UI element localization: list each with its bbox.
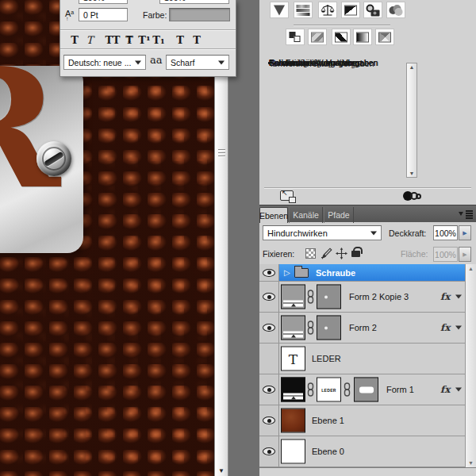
gradient-fill-thumbnail[interactable]: [281, 316, 305, 340]
all-caps-button[interactable]: TT: [104, 32, 121, 48]
link-icon: [307, 382, 314, 397]
blend-mode-dropdown[interactable]: Hindurchwirken: [263, 225, 382, 240]
preset-list-scrollbar[interactable]: ▲ ▼: [406, 63, 417, 178]
eye-icon: [263, 447, 275, 455]
fx-icon[interactable]: fx: [440, 322, 450, 333]
superscript-button[interactable]: T¹: [137, 32, 152, 48]
layer-row-ebene-1[interactable]: Ebene 1: [259, 405, 465, 436]
layer-row-leder[interactable]: T LEDER: [259, 344, 465, 374]
layer-name[interactable]: Form 1: [386, 385, 414, 394]
vector-mask-thumbnail[interactable]: [317, 316, 341, 340]
subscript-button[interactable]: T₁: [152, 32, 166, 48]
horizontal-scale-field[interactable]: 100%: [159, 0, 229, 4]
small-caps-button[interactable]: TT: [121, 32, 137, 48]
strikethrough-button[interactable]: T: [190, 32, 203, 48]
color-label: Farbe:: [143, 10, 167, 20]
layer-mask-thumbnail[interactable]: LEDER: [317, 378, 341, 402]
underline-button[interactable]: T: [174, 32, 186, 48]
fx-expand-arrow-icon[interactable]: [455, 388, 462, 392]
layer-name[interactable]: Form 2: [349, 323, 377, 332]
tab-ebenen[interactable]: Ebenen: [259, 207, 288, 223]
screw: [36, 141, 71, 176]
visibility-toggle[interactable]: [259, 313, 279, 343]
scroll-up-arrow-icon[interactable]: ▲: [466, 266, 476, 271]
scrollbar-grip: [218, 149, 225, 150]
preset-group-row[interactable]: ▷ Sel. Farbkorr. - Vorgaben: [268, 62, 270, 63]
opacity-slider-button[interactable]: ▶: [459, 225, 471, 240]
scrollbar-down-arrow-icon[interactable]: ▼: [215, 467, 228, 474]
divider: [60, 48, 236, 49]
vector-mask-thumbnail[interactable]: [317, 285, 341, 309]
channel-mixer-adjustment-button[interactable]: [386, 2, 405, 18]
color-balance-adjustment-button[interactable]: [318, 2, 337, 18]
opacity-field[interactable]: 100%: [433, 225, 458, 240]
gradient-fill-thumbnail[interactable]: [281, 285, 305, 309]
opacity-label: Deckkraft:: [389, 228, 426, 238]
tab-label: Kanäle: [293, 210, 319, 220]
gradient-map-adjustment-button[interactable]: [353, 29, 372, 45]
baseline-shift-field[interactable]: 0 Pt: [79, 8, 128, 21]
vertical-scale-field[interactable]: 100%: [79, 0, 128, 4]
layer-name[interactable]: Schraube: [316, 268, 355, 278]
baseline-shift-value: 0 Pt: [83, 10, 98, 20]
fx-icon[interactable]: fx: [440, 384, 450, 395]
lock-transparency-icon[interactable]: [305, 248, 316, 259]
scroll-down-arrow-icon[interactable]: ▼: [407, 171, 416, 176]
gradient-map-icon: [356, 32, 369, 42]
black-white-adjustment-button[interactable]: [341, 2, 360, 18]
faux-italic-button[interactable]: T: [83, 32, 96, 48]
visibility-toggle[interactable]: [259, 436, 279, 466]
blend-options-row: Hindurchwirken Deckkraft: 100% ▶: [259, 223, 476, 244]
panel-flyout-menu-icon[interactable]: [459, 209, 473, 219]
layer-row-form-1[interactable]: LEDER Form 1 fx: [259, 374, 465, 405]
eye-icon: [263, 269, 275, 277]
threshold-adjustment-button[interactable]: [332, 29, 351, 45]
tab-kanaele[interactable]: Kanäle: [289, 207, 323, 223]
fx-expand-arrow-icon[interactable]: [455, 295, 462, 299]
layer-row-ebene-0[interactable]: Ebene 0: [259, 436, 465, 467]
anti-alias-dropdown[interactable]: Scharf: [166, 55, 229, 70]
layer-name[interactable]: Ebene 1: [312, 416, 344, 425]
language-dropdown[interactable]: Deutsch: neue ...: [63, 55, 146, 70]
tab-pfade[interactable]: Pfade: [324, 207, 354, 223]
gradient-fill-thumbnail[interactable]: [281, 378, 305, 402]
group-collapse-triangle-icon[interactable]: ▷: [284, 269, 290, 277]
scroll-down-arrow-icon[interactable]: ▼: [466, 460, 476, 466]
layer-row-form-2-kopie-3[interactable]: Form 2 Kopie 3 fx: [259, 282, 465, 313]
visibility-toggle[interactable]: [259, 374, 279, 405]
overlapping-circles-icon[interactable]: [403, 190, 424, 202]
visibility-toggle[interactable]: [259, 344, 279, 374]
fill-value: 100%: [435, 250, 456, 259]
photoshop-workspace: R ▼: [0, 0, 476, 476]
photo-filter-adjustment-button[interactable]: [363, 2, 382, 18]
layer-name[interactable]: Form 2 Kopie 3: [349, 292, 409, 301]
lock-position-move-icon[interactable]: [336, 248, 347, 259]
scroll-up-arrow-icon[interactable]: ▲: [407, 64, 416, 70]
text-layer-thumbnail[interactable]: T: [281, 347, 305, 371]
layer-row-schraube[interactable]: ▷ Schraube: [259, 264, 465, 282]
visibility-toggle[interactable]: [259, 264, 279, 281]
hue-saturation-adjustment-button[interactable]: [294, 2, 313, 18]
photo-filter-icon: [367, 4, 380, 16]
vibrance-adjustment-button[interactable]: [270, 2, 289, 18]
visibility-toggle[interactable]: [259, 405, 279, 436]
faux-bold-button[interactable]: T: [68, 32, 81, 48]
lock-all-icon[interactable]: [351, 251, 360, 257]
fx-expand-arrow-icon[interactable]: [455, 326, 462, 330]
layer-name[interactable]: LEDER: [312, 354, 341, 363]
image-layer-thumbnail[interactable]: [281, 409, 305, 433]
selective-color-adjustment-button[interactable]: [375, 29, 394, 45]
layer-name[interactable]: Ebene 0: [312, 447, 344, 456]
layer-row-form-2[interactable]: Form 2 fx: [259, 313, 465, 344]
text-color-swatch[interactable]: [169, 8, 230, 21]
lock-paint-brush-icon[interactable]: [321, 248, 332, 259]
layers-scrollbar[interactable]: ▲ ▼: [465, 264, 476, 467]
invert-adjustment-button[interactable]: [286, 29, 305, 45]
visibility-toggle[interactable]: [259, 282, 279, 312]
posterize-adjustment-button[interactable]: [308, 29, 327, 45]
vector-mask-thumbnail[interactable]: [354, 378, 378, 402]
expanded-view-toggle-icon[interactable]: [280, 190, 294, 201]
adjustments-panel: ▷ Tonwertkorrektur - Vorgaben ▷ Gradatio…: [259, 0, 476, 205]
image-layer-thumbnail[interactable]: [281, 440, 305, 464]
fx-icon[interactable]: fx: [440, 291, 450, 302]
